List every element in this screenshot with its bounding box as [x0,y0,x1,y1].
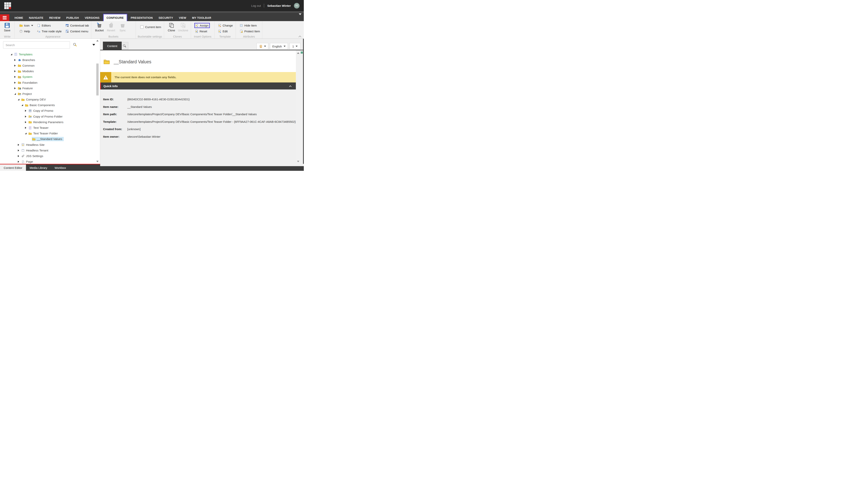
scroll-up-icon[interactable] [96,40,99,41]
tree-node-style-button[interactable]: AATree node style [37,29,62,33]
icon-button[interactable]: Icon [19,24,33,28]
tree-item-body[interactable]: Text Teaser Folder [28,131,59,135]
tree-item-body[interactable]: Headless Site [21,143,46,147]
save-button[interactable]: Save [2,23,12,32]
content-scrollbar[interactable] [296,51,304,164]
expand-arrow-icon[interactable] [25,127,28,129]
tree-item-branches[interactable]: Branches [0,57,100,63]
tree-item-body[interactable]: Company DEV [21,97,48,102]
search-input[interactable] [3,41,70,48]
quick-info-header[interactable]: Quick Info [100,83,296,90]
tree-item-body[interactable]: Templates [14,52,34,57]
tree-item-page[interactable]: Page [0,159,100,164]
protect-item-button[interactable]: Protect Item [240,29,260,33]
expand-arrow-icon[interactable] [14,76,18,78]
tree-item-body[interactable]: Copy of Promo Folder [28,115,64,119]
hide-item-button[interactable]: Hide Item [240,24,260,28]
tree-item-body[interactable]: Basic Components [25,103,56,107]
tree-item-selected[interactable]: __Standard Values [32,137,64,141]
ribbon-tab-my-toolbar[interactable]: MY TOOLBAR [189,14,214,21]
tree-item-body[interactable]: System [18,75,34,79]
bucket-button[interactable]: Bucket [94,23,105,32]
tree-item-copy-of-promo[interactable]: Copy of Promo [0,108,100,114]
search-icon[interactable] [73,42,77,47]
current-item-checkbox[interactable]: Current item [140,25,161,29]
tree-item-body[interactable]: Headless Tenant [21,148,50,153]
ribbon-tab-home[interactable]: HOME [11,14,26,21]
app-tab-content-editor[interactable]: Content Editor [0,164,26,171]
tree-item-headless-tenant[interactable]: Headless Tenant [0,148,100,153]
ribbon-tab-view[interactable]: VIEW [176,14,189,21]
tree-item-body[interactable]: Rendering Parameters [28,120,65,124]
language-dropdown[interactable]: English [270,43,288,50]
tree-item-body[interactable]: Project [18,92,33,96]
tree-scrollbar[interactable] [96,39,99,164]
ribbon-collapse-chevron-icon[interactable] [299,35,301,38]
scroll-down-icon[interactable] [297,161,299,162]
navigation-bar-dropdown[interactable] [256,43,268,50]
scroll-thumb[interactable] [96,64,99,95]
tree-item-standard-values[interactable]: __Standard Values [0,136,100,142]
chevron-down-icon[interactable] [299,13,302,15]
tree-item-body[interactable]: Feature [18,86,34,91]
tree-item-body[interactable]: Text Teaser [28,126,50,130]
collapse-chevron-icon[interactable] [289,85,291,87]
collapse-arrow-icon[interactable] [14,93,18,95]
tree-item-modules[interactable]: Modules [0,69,100,74]
tree-item-body[interactable]: Modules [18,69,35,73]
tab-content[interactable]: Content [103,42,122,51]
tree-item-copy-of-promo-folder[interactable]: Copy of Promo Folder [0,114,100,119]
expand-arrow-icon[interactable] [18,161,21,163]
expand-arrow-icon[interactable] [14,82,18,84]
scroll-up-icon[interactable] [297,52,299,54]
reset-button[interactable]: Reset [195,29,209,33]
avatar[interactable]: SE [294,3,300,8]
tree-item-body[interactable]: Branches [18,58,37,62]
expand-arrow-icon[interactable] [25,110,28,112]
app-tab-workbox[interactable]: Workbox [51,164,70,171]
tree-item-company-dev[interactable]: Company DEV [0,97,100,102]
ribbon-tab-publish[interactable]: PUBLISH [63,14,82,21]
tree-item-headless-site[interactable]: Headless Site [0,142,100,148]
version-dropdown[interactable]: 1 [289,43,301,50]
tree-item-jss-settings[interactable]: JSS Settings [0,153,100,159]
ribbon-tab-presentation[interactable]: PRESENTATION [128,14,156,21]
tree-item-rendering-parameters[interactable]: Rendering Parameters [0,119,100,125]
expand-arrow-icon[interactable] [18,150,21,152]
expand-arrow-icon[interactable] [14,87,18,89]
tree-item-text-teaser[interactable]: Text Teaser [0,125,100,131]
tree-item-basic-components[interactable]: Basic Components [0,102,100,108]
clone-button[interactable]: Clone [166,23,177,32]
expand-arrow-icon[interactable] [14,70,18,72]
editors-button[interactable]: Editors [37,24,62,28]
tree-item-body[interactable]: JSS Settings [21,154,45,158]
tree-item-templates[interactable]: Templates [0,52,100,57]
context-menu-button[interactable]: Context menu [65,29,89,33]
collapse-arrow-icon[interactable] [22,104,25,106]
ribbon-tab-configure[interactable]: CONFIGURE [104,14,127,21]
checkbox-icon[interactable] [140,25,144,29]
collapse-arrow-icon[interactable] [11,54,14,55]
logout-link[interactable]: Log out [251,4,261,7]
gutter-marker[interactable] [301,52,303,54]
expand-arrow-icon[interactable] [14,59,18,61]
help-button[interactable]: ?Help [19,29,33,33]
collapse-arrow-icon[interactable] [18,99,21,100]
tree-item-body[interactable]: Common [18,64,36,68]
tree-item-body[interactable]: Page [21,160,34,164]
edit-button[interactable]: Edit [218,29,233,33]
expand-arrow-icon[interactable] [14,65,18,67]
tree-item-text-teaser-folder[interactable]: Text Teaser Folder [0,131,100,136]
collapse-arrow-icon[interactable] [25,133,28,134]
sitecore-logo-icon[interactable] [4,2,11,9]
expand-arrow-icon[interactable] [18,144,21,146]
ribbon-tab-review[interactable]: REVIEW [46,14,63,21]
tree-item-project[interactable]: Project [0,91,100,97]
tree-item-body[interactable]: Foundation [18,80,39,85]
ribbon-tab-versions[interactable]: VERSIONS [82,14,102,21]
search-options-caret-icon[interactable] [92,44,95,46]
tree-item-foundation[interactable]: Foundation [0,80,100,86]
tree-item-common[interactable]: Common [0,63,100,68]
menu-hamburger-button[interactable] [0,14,9,21]
content-search-button[interactable] [121,42,128,50]
